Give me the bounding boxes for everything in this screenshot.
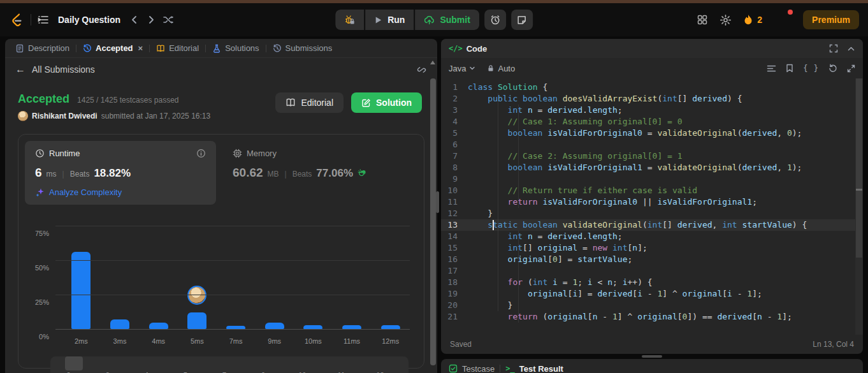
leetcode-logo[interactable] [9, 12, 24, 27]
code-line-6[interactable]: 6 [441, 139, 863, 150]
author-name[interactable]: Rishikant Dwivedi [32, 112, 98, 121]
strip-cell-12ms[interactable]: 12ms [366, 356, 405, 373]
back-arrow-icon[interactable]: ← [15, 64, 25, 75]
collapse-panel-icon[interactable] [847, 45, 855, 53]
info-icon[interactable] [196, 149, 206, 158]
dashboard-grid-icon[interactable] [697, 14, 708, 26]
code-line-20[interactable]: 20 } [441, 300, 863, 311]
submissions-history-icon [273, 44, 282, 53]
x-tick-label: 7ms [217, 337, 256, 345]
panel-resize-handle[interactable] [436, 191, 439, 213]
user-result-marker[interactable] [187, 286, 206, 305]
bar-3ms[interactable] [110, 319, 129, 329]
strip-cell-2ms[interactable]: 2ms [54, 356, 93, 373]
code-line-15[interactable]: 15 int[] original = new int[n]; [441, 242, 863, 254]
tab-submissions[interactable]: Submissions [269, 43, 336, 53]
prev-question-icon[interactable] [129, 15, 140, 25]
gridline-25%: 25% [55, 295, 410, 295]
run-button[interactable]: Run [365, 10, 414, 30]
code-line-21[interactable]: 21 return (original[n - 1] ^ original[0]… [441, 311, 863, 323]
code-editor[interactable]: 1class Solution {2 public boolean doesVa… [441, 78, 863, 335]
notes-button[interactable] [511, 10, 533, 30]
problem-list-icon[interactable] [38, 14, 49, 26]
tab-editorial[interactable]: Editorial [152, 43, 203, 53]
x-tick-label: 4ms [139, 337, 178, 345]
gridline-0%: 0% [55, 329, 410, 330]
close-tab-icon[interactable]: × [138, 43, 143, 53]
bar-5ms[interactable] [187, 312, 206, 329]
left-panel-scrollbar[interactable] [430, 78, 436, 365]
code-line-12[interactable]: 12 } [441, 208, 863, 219]
bookmark-icon[interactable] [786, 64, 793, 73]
strip-cell-11ms[interactable]: 11ms [327, 356, 366, 373]
result-card: Runtime 6 ms | Beats 18.82% An [18, 134, 424, 369]
streak-counter[interactable]: 2 [743, 14, 762, 26]
next-question-icon[interactable] [146, 15, 156, 25]
code-line-14[interactable]: 14 int n = derived.length; [441, 231, 863, 242]
expand-editor-icon[interactable] [847, 64, 855, 73]
copy-link-icon[interactable] [416, 64, 427, 75]
testcases-passed: 1425 / 1425 testcases passed [77, 96, 178, 105]
code-line-5[interactable]: 5 boolean isValidForOriginal0 = validate… [441, 128, 863, 139]
settings-gear-icon[interactable] [720, 14, 732, 26]
code-line-13[interactable]: 13 static boolean validateOriginal(int[]… [441, 219, 863, 231]
editor-scrollbar-thumb[interactable] [856, 78, 862, 258]
analyze-complexity-link[interactable]: Analyze Complexity [35, 187, 206, 197]
editor-scrollbar-track[interactable] [855, 78, 863, 335]
all-submissions-link[interactable]: All Submissions [32, 64, 95, 75]
editorial-button[interactable]: Editorial [275, 92, 344, 113]
autocomplete-toggle[interactable]: Auto [487, 64, 515, 73]
shuffle-icon[interactable] [163, 14, 174, 26]
fullscreen-icon[interactable] [829, 44, 838, 53]
code-line-4[interactable]: 4 // Case 1: Assuming original[0] = 0 [441, 116, 863, 128]
scrollbar-up-arrow[interactable] [430, 61, 435, 64]
runtime-stat-card[interactable]: Runtime 6 ms | Beats 18.82% An [25, 141, 216, 205]
debug-button[interactable] [335, 10, 364, 30]
tab-description[interactable]: Description [11, 43, 73, 53]
daily-question-label[interactable]: Daily Question [58, 15, 120, 25]
strip-cell-3ms[interactable]: 3ms [93, 356, 132, 373]
premium-button[interactable]: Premium [803, 10, 859, 29]
gridline-75%: 75% [55, 226, 410, 226]
tab-accepted[interactable]: Accepted × [79, 43, 147, 53]
y-tick-label: 50% [35, 264, 49, 272]
strip-cell-10ms[interactable]: 10ms [288, 356, 327, 373]
code-line-1[interactable]: 1class Solution { [441, 82, 863, 93]
bar-4ms[interactable] [149, 323, 168, 329]
code-line-10[interactable]: 10 // Return true if either case is vali… [441, 185, 863, 196]
code-line-19[interactable]: 19 original[i] = derived[i - 1] ^ origin… [441, 288, 863, 300]
tab-solutions[interactable]: Solutions [208, 43, 263, 53]
strip-cell-5ms[interactable]: 5ms [171, 356, 210, 373]
language-select[interactable]: Java [449, 64, 475, 73]
strip-cell-9ms[interactable]: 9ms [249, 356, 288, 373]
submit-button[interactable]: Submit [415, 10, 479, 30]
strip-cell-4ms[interactable]: 4ms [132, 356, 171, 373]
strip-cell-7ms[interactable]: 7ms [210, 356, 249, 373]
editor-status-bar: Saved Ln 13, Col 4 [441, 335, 863, 354]
tab-test-result[interactable]: >_ Test Result [505, 364, 563, 373]
timer-button[interactable] [484, 10, 506, 30]
brackets-icon[interactable]: { } [803, 64, 819, 73]
code-line-7[interactable]: 7 // Case 2: Assuming original[0] = 1 [441, 150, 863, 162]
tab-testcase[interactable]: Testcase [449, 364, 495, 373]
format-code-icon[interactable] [767, 64, 776, 73]
bar-9ms[interactable] [265, 323, 284, 329]
bar-2ms[interactable] [71, 252, 90, 329]
distribution-strip: 2ms3ms4ms5ms7ms9ms10ms11ms12ms [50, 356, 409, 373]
code-line-16[interactable]: 16 original[0] = startValue; [441, 254, 863, 265]
solution-button[interactable]: Solution [351, 92, 422, 113]
code-line-3[interactable]: 3 int n = derived.length; [441, 105, 863, 116]
reset-code-icon[interactable] [828, 64, 837, 73]
horizontal-resize-handle[interactable] [441, 354, 863, 359]
cursor-position[interactable]: Ln 13, Col 4 [813, 340, 854, 349]
code-line-8[interactable]: 8 boolean isValidForOriginal1 = validate… [441, 162, 863, 173]
code-line-9[interactable]: 9 [441, 173, 863, 185]
alarm-clock-icon [489, 14, 501, 26]
user-avatar[interactable] [774, 11, 792, 29]
code-line-2[interactable]: 2 public boolean doesValidArrayExist(int… [441, 93, 863, 105]
code-panel-title[interactable]: Code [467, 44, 488, 54]
code-line-18[interactable]: 18 for (int i = 1; i < n; i++) { [441, 277, 863, 288]
code-line-17[interactable]: 17 [441, 265, 863, 277]
code-line-11[interactable]: 11 return isValidForOriginal0 || isValid… [441, 196, 863, 208]
memory-stat-card[interactable]: Memory 60.62 MB | Beats 77.06% [216, 141, 417, 205]
